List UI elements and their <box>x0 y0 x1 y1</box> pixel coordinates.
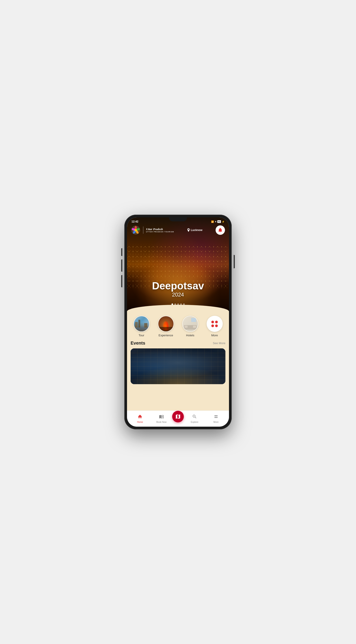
more-dots <box>208 317 222 331</box>
silent-button <box>121 275 122 287</box>
quick-link-more[interactable]: More <box>206 316 224 337</box>
logo-area: Uttar Pradesh UTTAR PRADESH TOURISM <box>131 226 174 235</box>
svg-point-7 <box>215 415 216 416</box>
hero-title: Deepotsav <box>127 280 229 292</box>
wifi-icon: 📶 <box>211 220 214 223</box>
hotels-label: Hotels <box>186 334 194 337</box>
phone-screen: 12:42 📶 ✕ 92 ⚡ <box>127 217 229 427</box>
experience-label: Experience <box>158 334 173 337</box>
hero-year: 2024 <box>127 292 229 298</box>
event-card[interactable] <box>130 348 226 384</box>
nav-more[interactable]: More <box>205 414 227 423</box>
events-title: Events <box>130 340 145 346</box>
nav-book-now[interactable]: Book Now <box>151 414 172 423</box>
logo-divider <box>143 226 143 234</box>
events-header: Events See More <box>130 340 226 346</box>
svg-point-9 <box>215 417 216 418</box>
notch <box>169 217 187 222</box>
hotels-circle <box>182 316 198 332</box>
volume-up-button <box>121 248 122 256</box>
power-button <box>234 255 235 268</box>
explore-label: Explore <box>191 421 198 423</box>
location-icon <box>187 228 190 232</box>
logo-script: Uttar Pradesh <box>146 228 174 231</box>
logo-text-area: Uttar Pradesh UTTAR PRADESH TOURISM <box>146 228 174 232</box>
events-section: Events See More <box>127 340 229 388</box>
event-card-background <box>130 348 226 384</box>
tour-label: Tour <box>139 334 144 337</box>
alert-icon <box>218 228 223 232</box>
quick-link-tour[interactable]: Tour <box>132 316 150 337</box>
svg-point-6 <box>134 229 137 231</box>
hero-header: Uttar Pradesh UTTAR PRADESH TOURISM Luck… <box>127 226 229 235</box>
experience-circle <box>158 316 174 332</box>
location-text: Lucknow <box>191 228 202 232</box>
book-now-label: Book Now <box>156 421 166 423</box>
more-dot-3 <box>211 324 214 327</box>
logo-subtitle: UTTAR PRADESH TOURISM <box>146 231 174 232</box>
volume-down-button <box>121 260 122 272</box>
hotels-image <box>183 316 198 332</box>
more-dot-2 <box>215 321 218 323</box>
charging-icon: ⚡ <box>222 220 224 223</box>
map-icon <box>175 414 181 420</box>
location-badge[interactable]: Lucknow <box>187 228 202 232</box>
phone-device: 12:42 📶 ✕ 92 ⚡ <box>124 215 232 429</box>
home-label: Home <box>137 421 143 423</box>
battery-icon: 92 <box>217 220 221 223</box>
quick-link-experience[interactable]: Experience <box>157 316 175 337</box>
see-more-link[interactable]: See More <box>213 342 226 345</box>
alert-button[interactable] <box>216 226 225 235</box>
logo-icon <box>131 226 140 235</box>
content-area: Tour Experience <box>127 311 229 410</box>
more-nav-icon <box>214 414 218 420</box>
nav-explore[interactable]: Explore <box>184 414 205 423</box>
more-label: More <box>211 334 218 337</box>
status-icons: 📶 ✕ 92 ⚡ <box>211 220 224 223</box>
hero-section: Uttar Pradesh UTTAR PRADESH TOURISM Luck… <box>127 217 229 311</box>
signal-icon: ✕ <box>215 220 216 223</box>
more-circle <box>206 316 223 332</box>
svg-point-8 <box>216 415 218 416</box>
tour-image <box>134 316 149 332</box>
nav-map-center[interactable] <box>172 411 184 422</box>
explore-icon <box>192 414 197 420</box>
quick-links: Tour Experience <box>127 311 229 340</box>
home-icon <box>138 414 142 420</box>
experience-image <box>158 316 174 332</box>
more-dot-1 <box>211 321 214 323</box>
nav-home[interactable]: Home <box>129 414 151 423</box>
quick-link-hotels[interactable]: Hotels <box>181 316 199 337</box>
bottom-navigation: Home Book Now <box>127 410 229 427</box>
tour-circle <box>134 316 150 332</box>
more-dot-4 <box>215 324 218 327</box>
svg-point-10 <box>216 417 218 418</box>
more-nav-label: More <box>214 421 219 423</box>
hero-text: Deepotsav 2024 <box>127 280 229 298</box>
status-time: 12:42 <box>132 220 138 223</box>
book-now-icon <box>159 414 164 420</box>
